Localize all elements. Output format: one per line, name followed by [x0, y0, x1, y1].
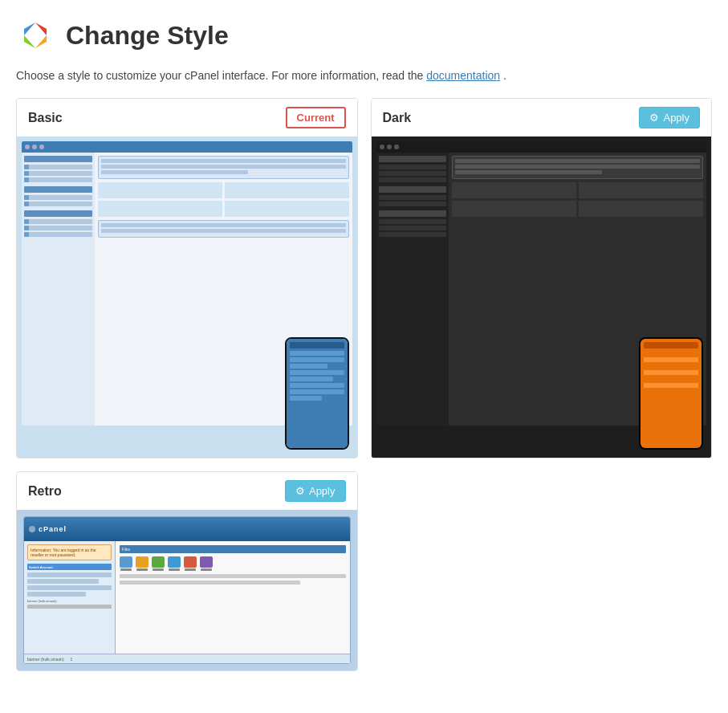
current-badge-basic: Current: [286, 107, 346, 128]
retro-mockup: cPanel Information: You are logged in as…: [17, 510, 357, 670]
apply-button-retro[interactable]: ⚙ Apply: [285, 480, 346, 502]
style-card-header-dark: Dark ⚙ Apply: [372, 99, 712, 136]
basic-mockup: [17, 136, 357, 458]
style-preview-dark: [372, 136, 712, 458]
style-card-header-basic: Basic Current: [17, 99, 357, 136]
page-header: Change Style: [16, 16, 712, 55]
style-name-basic: Basic: [28, 111, 63, 125]
style-card-dark: Dark ⚙ Apply: [371, 98, 713, 458]
styles-grid: Basic Current: [16, 98, 712, 671]
page-title: Change Style: [66, 21, 229, 51]
gear-icon-dark: ⚙: [649, 112, 659, 124]
description-suffix: .: [503, 69, 506, 82]
style-card-basic: Basic Current: [16, 98, 358, 458]
apply-label-retro: Apply: [309, 485, 336, 497]
documentation-link[interactable]: documentation: [426, 69, 500, 82]
style-name-dark: Dark: [383, 111, 412, 125]
apply-label-dark: Apply: [663, 112, 689, 124]
style-name-retro: Retro: [28, 484, 62, 499]
style-card-header-retro: Retro ⚙ Apply: [17, 472, 357, 510]
gear-icon-retro: ⚙: [295, 485, 305, 497]
page-description: Choose a style to customize your cPanel …: [16, 69, 712, 82]
cpanel-logo-icon: [16, 16, 55, 55]
dark-mockup: [372, 136, 712, 458]
style-preview-retro: cPanel Information: You are logged in as…: [17, 510, 357, 670]
description-text: Choose a style to customize your cPanel …: [16, 69, 426, 82]
style-preview-basic: [17, 136, 357, 458]
apply-button-dark[interactable]: ⚙ Apply: [639, 107, 700, 128]
style-card-retro: Retro ⚙ Apply cPanel Information: You ar…: [16, 471, 358, 671]
